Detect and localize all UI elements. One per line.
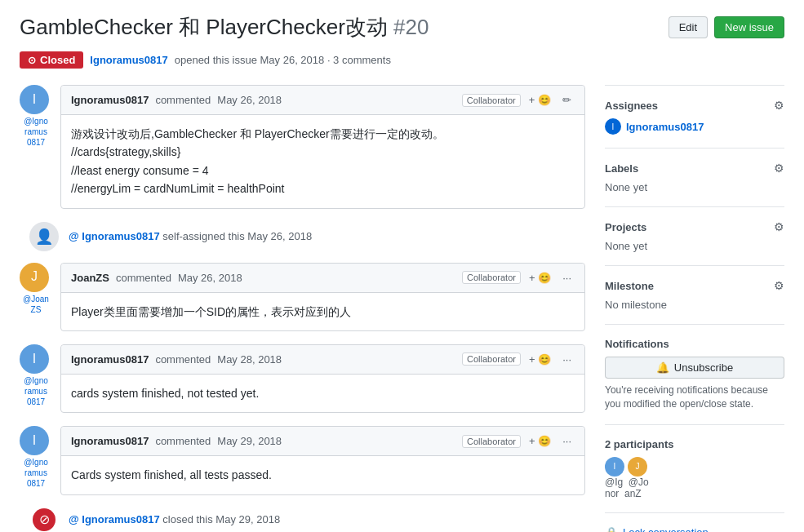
comment-body-1: 游戏设计改动后,GambleChecker 和 PlayerChecker需要进…	[61, 115, 584, 208]
comment-verb-4: commented	[155, 435, 211, 447]
event-text-assign: @ Ignoramus0817 self-assigned this May 2…	[69, 230, 312, 242]
comment-verb-3: commented	[155, 353, 211, 366]
comment-header-2: JoanZS commented May 26, 2018 Collaborat…	[61, 264, 584, 293]
comment-box-2: JoanZS commented May 26, 2018 Collaborat…	[60, 263, 585, 331]
lock-icon: 🔒	[605, 526, 618, 532]
comment-body-4: Cards system finished, all tests passed.	[61, 456, 584, 494]
event-author-link-assign[interactable]: @	[69, 230, 79, 242]
event-row-close: ⊘ @ Ignoramus0817 closed this May 29, 20…	[28, 508, 585, 531]
sidebar-milestone: Milestone ⚙ No milestone	[605, 266, 784, 325]
emoji-button-3[interactable]: + 😊	[526, 352, 554, 367]
avatar-4: I	[20, 426, 49, 455]
comment-header-3: Ignoramus0817 commented May 28, 2018 Col…	[61, 345, 584, 375]
projects-value: None yet	[605, 240, 784, 252]
comment-author-1: Ignoramus0817	[71, 94, 149, 106]
notification-sub-text: You're receiving notifications because y…	[605, 383, 784, 411]
avatar-3: I	[20, 344, 49, 374]
comment-verb-2: commented	[116, 272, 171, 284]
avatar-link-4[interactable]: I @Ignoramus0817	[20, 426, 52, 489]
avatar-link-3[interactable]: I @Ignoramus0817	[20, 344, 52, 407]
emoji-button-1[interactable]: + 😊	[526, 92, 554, 108]
participant-avatar-1[interactable]: I	[605, 457, 624, 477]
event-author-assign[interactable]: Ignoramus0817	[82, 230, 159, 242]
sidebar-lock: 🔒 Lock conversation	[605, 513, 784, 532]
comment-header-1: Ignoramus0817 commented May 26, 2018 Col…	[61, 86, 584, 115]
bell-icon: 🔔	[656, 361, 669, 374]
comment-row-2: J @JoanZS JoanZS commented May 26, 2018 …	[20, 263, 585, 331]
collaborator-badge-3: Collaborator	[462, 352, 521, 366]
comment-date-2: May 26, 2018	[178, 272, 242, 284]
assignees-label: Assignees	[605, 100, 658, 112]
assignee-name[interactable]: Ignoramus0817	[626, 121, 704, 133]
participant-avatar-2[interactable]: J	[628, 457, 647, 477]
comment-author-2: JoanZS	[71, 272, 109, 284]
sidebar-projects: Projects ⚙ None yet	[605, 207, 784, 266]
main-column: I @Ignoramus0817 Ignoramus0817 commented…	[20, 85, 585, 532]
comment-author-3: Ignoramus0817	[71, 353, 149, 366]
comment-verb-1: commented	[155, 94, 211, 106]
assignee-row: I Ignoramus0817	[605, 118, 784, 135]
issue-meta: ⊙ Closed Ignoramus0817 opened this issue…	[20, 51, 784, 69]
projects-gear[interactable]: ⚙	[774, 220, 784, 233]
notifications-label: Notifications	[605, 338, 669, 350]
unsubscribe-button[interactable]: 🔔 Unsubscribe	[605, 357, 784, 379]
comment-row: I @Ignoramus0817 Ignoramus0817 commented…	[20, 85, 585, 209]
more-button-3[interactable]: ···	[559, 352, 575, 367]
sidebar: Assignees ⚙ I Ignoramus0817 Labels ⚙ Non…	[605, 85, 784, 532]
more-button-4[interactable]: ···	[559, 433, 575, 449]
comment-date-3: May 28, 2018	[217, 353, 282, 366]
comment-body-3: cards system finished, not tested yet.	[61, 375, 584, 412]
labels-label: Labels	[605, 162, 638, 175]
event-at-close[interactable]: @	[69, 513, 79, 525]
issue-title: GambleChecker 和 PlayerChecker改动 #20	[20, 13, 429, 42]
event-author-close[interactable]: Ignoramus0817	[82, 513, 159, 525]
edit-comment-button-1[interactable]: ✏	[559, 92, 575, 108]
sidebar-notifications: Notifications 🔔 Unsubscribe You're recei…	[605, 325, 784, 425]
event-text-close: @ Ignoramus0817 closed this May 29, 2018	[69, 513, 280, 525]
collaborator-badge-1: Collaborator	[462, 94, 521, 107]
avatar-2: J	[20, 263, 49, 292]
event-avatar-assign: 👤	[29, 222, 59, 251]
avatar-link-1[interactable]: I @Ignoramus0817	[20, 85, 52, 148]
assignees-gear[interactable]: ⚙	[774, 99, 784, 112]
comment-box-4: Ignoramus0817 commented May 29, 2018 Col…	[60, 426, 585, 494]
close-event-icon: ⊘	[33, 508, 56, 531]
comment-date-1: May 26, 2018	[217, 94, 282, 106]
labels-value: None yet	[605, 181, 784, 193]
collaborator-badge-4: Collaborator	[462, 435, 521, 448]
milestone-label: Milestone	[605, 280, 654, 292]
projects-label: Projects	[605, 221, 646, 233]
comment-header-4: Ignoramus0817 commented May 29, 2018 Col…	[61, 427, 584, 456]
more-button-2[interactable]: ···	[559, 270, 575, 286]
milestone-value: No milestone	[605, 299, 784, 311]
avatar-link-2[interactable]: J @JoanZS	[20, 263, 52, 315]
sidebar-assignees: Assignees ⚙ I Ignoramus0817	[605, 85, 784, 149]
sidebar-labels: Labels ⚙ None yet	[605, 149, 784, 207]
assignee-avatar: I	[605, 118, 621, 135]
comment-box-1: Ignoramus0817 commented May 26, 2018 Col…	[60, 85, 585, 209]
new-issue-button[interactable]: New issue	[714, 16, 784, 38]
comment-author-4: Ignoramus0817	[71, 435, 149, 447]
issue-meta-text: opened this issue May 26, 2018 · 3 comme…	[175, 54, 391, 66]
participants-count: 2 participants	[605, 438, 784, 450]
status-badge: ⊙ Closed	[20, 51, 83, 69]
edit-button[interactable]: Edit	[669, 16, 708, 38]
emoji-button-2[interactable]: + 😊	[526, 270, 554, 286]
emoji-button-4[interactable]: + 😊	[526, 433, 554, 449]
closed-icon: ⊙	[28, 55, 36, 66]
milestone-gear[interactable]: ⚙	[774, 279, 784, 292]
event-row-assign: 👤 @ Ignoramus0817 self-assigned this May…	[28, 222, 585, 251]
avatar-1: I	[20, 85, 49, 114]
collaborator-badge-2: Collaborator	[462, 271, 521, 284]
issue-author: Ignoramus0817	[90, 54, 167, 66]
comment-body-2: Player类里面需要增加一个SID的属性，表示对应到的人	[61, 293, 584, 330]
comment-thread: I @Ignoramus0817 Ignoramus0817 commented…	[20, 85, 585, 532]
comment-row-3: I @Ignoramus0817 Ignoramus0817 commented…	[20, 344, 585, 413]
labels-gear[interactable]: ⚙	[774, 162, 784, 175]
comment-date-4: May 29, 2018	[217, 435, 282, 447]
participants-names: @Ig @Jonor anZ	[605, 477, 784, 499]
comment-box-3: Ignoramus0817 commented May 28, 2018 Col…	[60, 344, 585, 413]
comment-row-4: I @Ignoramus0817 Ignoramus0817 commented…	[20, 426, 585, 494]
participants-list: I J	[605, 457, 784, 477]
lock-conversation-link[interactable]: 🔒 Lock conversation	[605, 526, 784, 532]
